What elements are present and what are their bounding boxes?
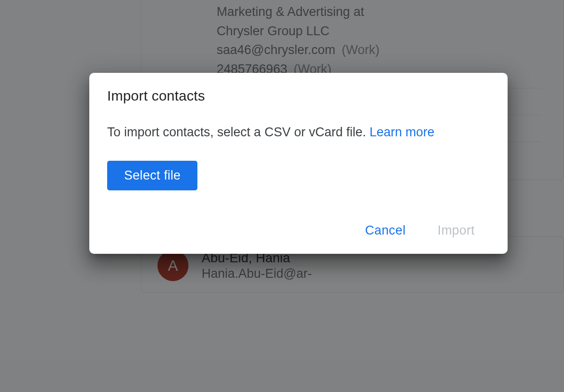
- select-file-button[interactable]: Select file: [107, 161, 197, 190]
- dialog-actions: Cancel Import: [107, 219, 493, 243]
- dialog-body-text: To import contacts, select a CSV or vCar…: [107, 125, 366, 139]
- import-button[interactable]: Import: [431, 219, 481, 243]
- import-contacts-dialog: Import contacts To import contacts, sele…: [89, 73, 508, 254]
- dialog-title: Import contacts: [107, 88, 493, 104]
- dialog-description: To import contacts, select a CSV or vCar…: [107, 123, 493, 142]
- learn-more-link[interactable]: Learn more: [369, 125, 434, 139]
- cancel-button[interactable]: Cancel: [359, 219, 412, 243]
